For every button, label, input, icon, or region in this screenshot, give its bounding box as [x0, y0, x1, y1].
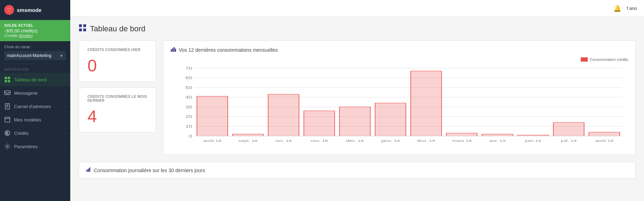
chart-title-row: Vos 12 dernières consommations mensuelle… — [170, 46, 628, 53]
sidebar-item-tableau-de-bord[interactable]: Tableau de bord — [0, 73, 70, 86]
chart-bar-icon — [170, 46, 176, 53]
stat-label-hier: CRÉDITS CONSOMMÉS HIER — [87, 48, 147, 52]
svg-rect-13 — [79, 24, 82, 27]
svg-text:70: 70 — [186, 66, 192, 70]
svg-rect-53 — [482, 134, 513, 136]
svg-rect-20 — [175, 49, 176, 52]
svg-rect-49 — [411, 71, 442, 136]
monthly-chart-panel: Vos 12 dernières consommations mensuelle… — [163, 40, 636, 155]
sidebar-item-credits[interactable]: Crédits › — [0, 126, 70, 140]
svg-rect-47 — [375, 103, 406, 136]
svg-text:janv. 19: janv. 19 — [381, 139, 400, 143]
svg-rect-9 — [5, 117, 10, 122]
logo-text: smsmode — [17, 7, 41, 13]
bottom-bar-icon — [86, 167, 91, 173]
topbar-user: f.ano — [627, 6, 637, 11]
sidebar-label-messagerie: Messagerie — [14, 90, 61, 96]
svg-text:nov. 18: nov. 18 — [311, 139, 328, 143]
sidebar-logo[interactable]: ♡ smsmode — [0, 0, 70, 20]
stat-value-mois: 4 — [87, 108, 147, 125]
credits-arrow: › — [65, 131, 66, 135]
notification-bell-icon[interactable]: 🔔 — [613, 5, 621, 12]
svg-rect-45 — [339, 107, 370, 136]
svg-text:30: 30 — [186, 105, 192, 109]
sidebar-item-carnet-adresses[interactable]: Carnet d'adresses › — [0, 100, 70, 113]
svg-text:10: 10 — [186, 125, 192, 129]
sidebar-item-mes-modeles[interactable]: Mes modèles — [0, 113, 70, 126]
sidebar-label-parametres: Paramètres — [14, 144, 61, 149]
grid-icon — [4, 76, 11, 83]
svg-text:déc. 18: déc. 18 — [346, 139, 364, 143]
parametres-arrow: › — [65, 145, 66, 149]
content-area: Tableau de bord CRÉDITS CONSOMMÉS HIER 0… — [70, 17, 644, 201]
stat-value-hier: 0 — [87, 57, 147, 74]
svg-text:0: 0 — [189, 134, 192, 138]
legend-label: Consommation crédits — [590, 57, 628, 62]
svg-text:juil. 19: juil. 19 — [560, 139, 577, 143]
sidebar-item-parametres[interactable]: Paramètres › — [0, 140, 70, 153]
main-row: CRÉDITS CONSOMMÉS HIER 0 CRÉDITS CONSOMM… — [79, 40, 636, 155]
stat-card-mois: CRÉDITS CONSOMMÉS LE MOIS DERNIER 4 — [79, 87, 156, 132]
svg-rect-14 — [83, 24, 86, 27]
sidebar-nav: Tableau de bord Messagerie › Carnet d'ad… — [0, 73, 70, 153]
main-content: 🔔 f.ano Tableau de bord CRÉDITS CONSOMMÉ… — [70, 0, 644, 201]
channel-label: Choix du canal : — [4, 45, 66, 49]
svg-rect-1 — [8, 77, 10, 79]
logo-icon: ♡ — [4, 5, 14, 15]
sidebar-label-credits: Crédits — [14, 131, 61, 136]
sidebar: ♡ smsmode SOLDE ACTUEL -305,00 crédit(s)… — [0, 0, 70, 201]
svg-text:40: 40 — [186, 95, 192, 100]
svg-rect-41 — [268, 94, 299, 136]
svg-rect-19 — [174, 47, 175, 52]
channel-section: Choix du canal : mainAccount-Marketing ▼ — [0, 41, 70, 64]
svg-rect-39 — [233, 134, 264, 136]
svg-rect-16 — [83, 29, 86, 31]
channel-selected: mainAccount-Marketing — [7, 53, 51, 58]
svg-text:févr. 19: févr. 19 — [417, 139, 435, 143]
channel-dropdown-arrow: ▼ — [60, 54, 63, 58]
message-icon — [4, 90, 11, 96]
svg-point-11 — [5, 131, 10, 136]
svg-rect-15 — [79, 29, 82, 31]
messagerie-arrow: › — [65, 91, 66, 95]
bar-chart-svg: 010203040506070août 18sept. 18oct. 18nov… — [170, 64, 628, 149]
svg-rect-59 — [589, 132, 620, 136]
balance-amount: -305,00 crédit(s) — [4, 28, 66, 33]
nav-section-label: NAVIGATION — [0, 64, 70, 73]
svg-rect-17 — [171, 49, 172, 52]
svg-rect-5 — [5, 103, 9, 109]
channel-select[interactable]: mainAccount-Marketing ▼ — [4, 51, 66, 60]
balance-sub: (Crédits illimités) — [4, 33, 66, 38]
chart-title: Vos 12 dernières consommations mensuelle… — [179, 47, 278, 53]
stat-label-mois: CRÉDITS CONSOMMÉS LE MOIS DERNIER — [87, 95, 147, 102]
stat-card-hier: CRÉDITS CONSOMMÉS HIER 0 — [79, 40, 156, 82]
svg-rect-3 — [8, 80, 10, 82]
page-title-row: Tableau de bord — [79, 24, 636, 33]
sidebar-label-carnet-adresses: Carnet d'adresses — [14, 104, 61, 109]
stat-cards-column: CRÉDITS CONSOMMÉS HIER 0 CRÉDITS CONSOMM… — [79, 40, 156, 155]
svg-rect-2 — [5, 80, 7, 82]
svg-rect-62 — [86, 170, 87, 172]
svg-text:août 18: août 18 — [203, 139, 221, 143]
svg-text:juin 19: juin 19 — [525, 139, 541, 143]
svg-text:mars 19: mars 19 — [452, 139, 472, 143]
svg-text:oct. 18: oct. 18 — [275, 139, 292, 143]
svg-rect-64 — [89, 168, 90, 172]
svg-rect-43 — [304, 111, 335, 136]
topbar: 🔔 f.ano — [70, 0, 644, 17]
sidebar-item-messagerie[interactable]: Messagerie › — [0, 86, 70, 100]
svg-text:sept. 18: sept. 18 — [238, 139, 258, 143]
svg-text:août 19: août 19 — [595, 139, 613, 143]
svg-text:50: 50 — [186, 86, 192, 90]
svg-rect-63 — [88, 169, 89, 172]
svg-rect-37 — [197, 96, 228, 136]
template-icon — [4, 117, 11, 123]
page-title: Tableau de bord — [90, 24, 145, 33]
svg-text:avr. 19: avr. 19 — [489, 139, 506, 143]
sidebar-label-tableau-de-bord: Tableau de bord — [14, 77, 66, 82]
carnet-arrow: › — [65, 105, 66, 108]
svg-point-12 — [7, 146, 8, 147]
balance-label: SOLDE ACTUEL — [4, 24, 66, 27]
legend-swatch — [581, 57, 588, 62]
bottom-chart-title: Consommation journalière sur les 30 dern… — [94, 168, 205, 173]
